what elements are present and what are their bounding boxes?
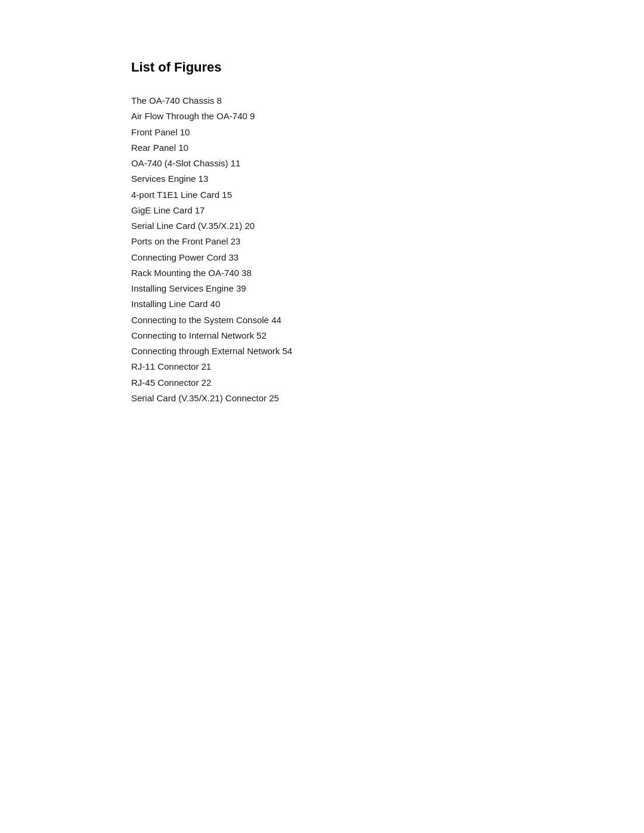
list-item: Front Panel 10 xyxy=(131,125,513,140)
list-item: RJ-45 Connector 22 xyxy=(131,375,513,391)
list-item: OA-740 (4-Slot Chassis) 11 xyxy=(131,156,513,171)
list-item: Installing Services Engine 39 xyxy=(131,281,513,296)
list-item: Rear Panel 10 xyxy=(131,140,513,156)
list-item: Connecting Power Cord 33 xyxy=(131,250,513,265)
page-container: List of Figures The OA-740 Chassis 8Air … xyxy=(0,0,644,833)
list-item: Ports on the Front Panel 23 xyxy=(131,234,513,249)
list-item: Connecting to Internal Network 52 xyxy=(131,328,513,343)
figure-list: The OA-740 Chassis 8Air Flow Through the… xyxy=(131,93,513,406)
list-item: 4-port T1E1 Line Card 15 xyxy=(131,187,513,203)
list-item: RJ-11 Connector 21 xyxy=(131,359,513,374)
list-item: Rack Mounting the OA-740 38 xyxy=(131,265,513,281)
page-title: List of Figures xyxy=(131,60,513,75)
list-item: Services Engine 13 xyxy=(131,171,513,187)
list-item: Serial Line Card (V.35/X.21) 20 xyxy=(131,218,513,234)
list-item: Installing Line Card 40 xyxy=(131,296,513,312)
list-item: Air Flow Through the OA-740 9 xyxy=(131,109,513,124)
list-item: Connecting through External Network 54 xyxy=(131,343,513,359)
list-item: GigE Line Card 17 xyxy=(131,203,513,218)
list-item: Connecting to the System Console 44 xyxy=(131,312,513,328)
list-item: Serial Card (V.35/X.21) Connector 25 xyxy=(131,391,513,406)
list-item: The OA-740 Chassis 8 xyxy=(131,93,513,109)
